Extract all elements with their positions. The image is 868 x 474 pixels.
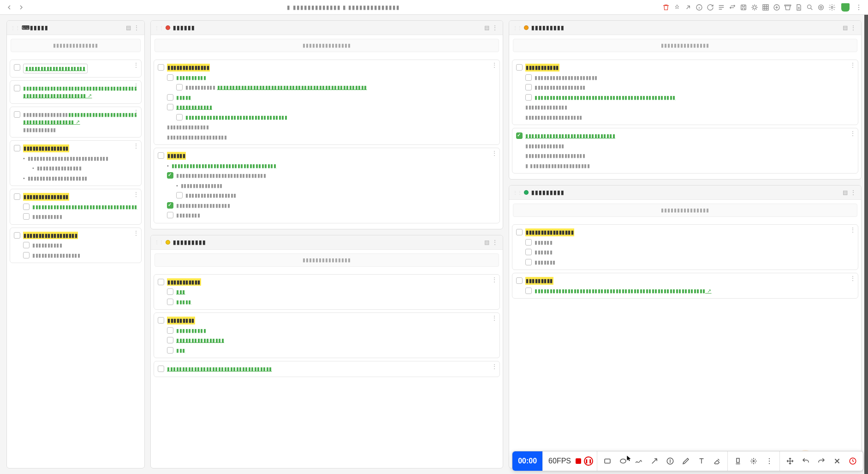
checkbox-checked[interactable] — [167, 172, 173, 179]
stop-icon[interactable] — [846, 455, 859, 468]
pause-icon[interactable]: ❚❚ — [584, 456, 593, 466]
checkbox[interactable] — [167, 299, 173, 305]
checkbox[interactable] — [158, 317, 164, 324]
pin-icon[interactable] — [672, 2, 683, 13]
subtask-link[interactable]: ▮▮▮▮▮▮▮▮▮▮▮▮▮▮▮▮▮▮▮▮▮▮▮▮▮▮▮▮▮▮▮▮▮▮▮▮▮▮▮▮… — [535, 287, 712, 295]
card-menu-icon[interactable]: ⋮ — [133, 63, 139, 67]
card-link[interactable]: ▮▮▮▮▮▮▮▮▮▮▮▮▮▮▮▮▮▮▮▮▮▮▮▮▮▮▮▮▮▮▮▮▮▮▮▮▮▮▮▮… — [23, 84, 137, 100]
spotlight-icon[interactable] — [731, 455, 744, 468]
checkbox[interactable] — [176, 192, 183, 198]
card-link[interactable]: ▮▮▮▮▮▮▮▮▮▮▮▮▮▮▮▮▮▮▮▮▮▮▮▮▮▮▮▮▮▮ — [525, 132, 615, 140]
save-icon[interactable] — [738, 2, 749, 13]
card[interactable]: ⋮ ▮▮▮▮▮▮▮▮▮▮▮▮▮▮▮ ▮▮▮▮▮▮▮▮▮▮▮▮▮▮▮▮▮▮▮▮▮▮… — [10, 140, 142, 186]
checkbox[interactable] — [176, 84, 183, 90]
checkbox[interactable] — [167, 104, 173, 110]
drag-handle-icon[interactable]: ⋮⋮ — [513, 25, 522, 30]
card-menu-icon[interactable]: ⋮ — [850, 276, 856, 281]
checkbox[interactable] — [525, 94, 532, 101]
freehand-icon[interactable] — [632, 455, 645, 468]
card-menu-icon[interactable]: ⋮ — [850, 63, 856, 67]
card[interactable]: ⋮ ▮▮▮▮▮▮▮▮▮▮▮▮▮▮ ▮▮▮▮▮▮▮▮▮▮ ▮▮▮▮▮▮▮▮▮▮ ▮… — [154, 60, 500, 145]
record-icon[interactable] — [576, 458, 581, 464]
panel-more-icon[interactable]: ⋮ — [491, 24, 499, 32]
card-menu-icon[interactable]: ⋮ — [133, 144, 139, 148]
card[interactable]: ⋮ ▮▮▮▮▮▮▮▮▮▮▮▮▮▮▮ ▮▮▮▮▮▮▮▮▮▮▮▮▮▮▮▮▮▮▮▮▮▮… — [10, 189, 142, 225]
subtask-link[interactable]: ▮▮▮▮▮▮▮▮▮▮▮▮▮▮▮▮▮▮▮▮▮▮▮▮▮▮▮▮▮▮▮▮▮▮▮▮▮▮▮▮… — [535, 94, 676, 102]
panel-layout-icon[interactable]: ▤ — [841, 24, 849, 32]
forward-button[interactable] — [16, 2, 27, 13]
checkbox[interactable] — [14, 232, 20, 239]
checkbox[interactable] — [23, 204, 30, 210]
checkbox[interactable] — [525, 249, 532, 255]
subtask-link[interactable]: ▮▮▮▮▮▮▮▮▮▮ — [176, 327, 206, 335]
checkbox[interactable] — [167, 337, 173, 343]
shape-rect-icon[interactable] — [601, 455, 614, 468]
card[interactable]: ⋮ ▮▮▮▮▮▮▮▮▮▮▮ ▮▮▮▮▮▮▮▮▮▮▮▮▮▮▮▮▮▮▮▮▮ ▮▮▮▮… — [512, 60, 858, 125]
card-menu-icon[interactable]: ⋮ — [491, 277, 498, 282]
card-menu-icon[interactable]: ⋮ — [491, 364, 498, 369]
checkbox[interactable] — [516, 64, 523, 71]
card[interactable]: ⋮ ▮▮▮▮▮▮▮▮▮▮▮ ▮▮▮ ▮▮▮▮▮ — [154, 274, 500, 310]
checkbox[interactable] — [525, 84, 532, 90]
more-icon[interactable] — [763, 455, 776, 468]
subtask-link[interactable]: ▮▮▮▮▮▮▮▮▮▮▮▮▮▮▮▮▮▮▮▮▮▮▮▮▮▮▮▮▮▮▮▮▮▮▮▮▮▮▮▮… — [217, 84, 367, 90]
redo-icon[interactable] — [815, 455, 828, 468]
checkbox-checked[interactable] — [167, 202, 173, 209]
checkbox[interactable] — [516, 229, 523, 235]
card-menu-icon[interactable]: ⋮ — [850, 131, 856, 136]
card[interactable]: ⋮ ▮▮▮▮▮▮▮▮▮▮▮▮▮▮▮▮▮▮▮▮▮▮▮▮▮▮▮▮▮▮▮▮▮▮▮▮▮▮… — [10, 107, 142, 138]
subtask-link[interactable]: ▮▮▮ — [176, 347, 185, 354]
card[interactable]: ⋮ ▮▮▮▮▮▮▮▮▮ ▮▮▮▮▮▮▮▮▮▮ ▮▮▮▮▮▮▮▮▮▮▮▮▮▮▮▮ … — [154, 312, 500, 358]
panel-layout-icon[interactable]: ▤ — [841, 188, 849, 197]
grid-icon[interactable] — [760, 2, 771, 13]
checkbox[interactable] — [167, 288, 173, 295]
shape-ellipse-icon[interactable] — [617, 455, 630, 468]
arrow-icon[interactable] — [648, 455, 661, 468]
card[interactable]: ⋮ ▮▮▮▮▮▮▮▮▮▮▮▮▮▮▮▮▮▮▮▮▮▮▮▮▮▮▮▮▮▮ ▮▮▮▮▮▮▮… — [512, 128, 858, 174]
number-icon[interactable] — [664, 455, 677, 468]
checkbox[interactable] — [167, 94, 173, 101]
sidebar-collapsed[interactable] — [864, 15, 868, 474]
card-link[interactable]: ▮▮▮▮▮▮▮▮▮▮▮▮▮▮▮▮▮▮▮▮▮▮▮▮▮▮▮▮▮▮▮▮▮▮▮ — [167, 365, 272, 373]
subtask-link[interactable]: ▮▮▮▮▮▮▮▮▮▮▮▮ — [176, 103, 212, 111]
subtask-link[interactable]: ▮▮▮ — [176, 288, 185, 296]
subtask-link[interactable]: ▮▮▮▮▮ — [176, 94, 191, 102]
virus-icon[interactable] — [749, 2, 760, 13]
drag-handle-icon[interactable]: ⋮⋮ — [513, 190, 522, 195]
checkbox[interactable] — [525, 74, 532, 81]
card-menu-icon[interactable]: ⋮ — [491, 316, 498, 320]
eraser-icon[interactable] — [711, 455, 724, 468]
checkbox[interactable] — [14, 193, 20, 200]
panel-more-icon[interactable]: ⋮ — [849, 188, 857, 197]
panel-layout-icon[interactable]: ▤ — [482, 238, 491, 246]
checkbox[interactable] — [23, 213, 30, 220]
checkbox[interactable] — [158, 279, 164, 285]
checkbox[interactable] — [14, 64, 20, 71]
info-icon[interactable] — [694, 2, 705, 13]
card[interactable]: ⋮ ▮▮▮▮▮▮▮▮▮▮▮▮▮▮▮▮ ▮▮▮▮▮▮ ▮▮▮▮▮▮ ▮▮▮▮▮▮▮ — [512, 224, 858, 270]
checkbox[interactable] — [158, 366, 164, 372]
subtask-link[interactable]: ▮▮▮▮▮▮▮▮▮▮▮▮▮▮▮▮ — [176, 336, 224, 344]
card[interactable]: ⋮ ▮▮▮▮▮▮▮▮▮ ▮▮▮▮▮▮▮▮▮▮▮▮▮▮▮▮▮▮▮▮▮▮▮▮▮▮▮▮… — [512, 273, 858, 299]
checkbox[interactable] — [158, 64, 164, 71]
highlight-icon[interactable] — [747, 455, 760, 468]
checkbox[interactable] — [14, 111, 20, 118]
card[interactable]: ⋮ ▮▮▮▮▮▮▮▮▮▮▮▮▮▮▮▮▮▮ ▮▮▮▮▮▮▮▮▮▮ ▮▮▮▮▮▮▮▮… — [10, 228, 142, 264]
card[interactable]: ⋮ ▮▮▮▮▮▮▮▮▮▮▮▮▮▮▮▮▮▮▮▮▮▮▮▮▮▮▮▮▮▮▮▮▮▮▮▮▮▮… — [10, 80, 142, 104]
external-link-icon[interactable] — [683, 2, 694, 13]
move-icon[interactable] — [784, 455, 797, 468]
checkbox[interactable] — [23, 242, 30, 248]
checkbox[interactable] — [167, 212, 173, 218]
trash-icon[interactable] — [660, 2, 672, 13]
archive-icon[interactable] — [782, 2, 793, 13]
bookmark-icon[interactable] — [841, 3, 850, 12]
card-menu-icon[interactable]: ⋮ — [133, 84, 139, 88]
subtask-link[interactable]: ▮▮▮▮▮▮▮▮▮▮ — [176, 74, 206, 82]
refresh-icon[interactable] — [705, 2, 716, 13]
checkbox[interactable] — [516, 277, 523, 284]
checkbox[interactable] — [167, 74, 173, 81]
subtask-link[interactable]: ▮▮▮▮▮▮▮▮▮▮▮▮▮▮▮▮▮▮▮▮▮▮▮▮▮▮▮▮▮▮▮▮▮▮ — [185, 114, 287, 121]
card-menu-icon[interactable]: ⋮ — [491, 63, 498, 67]
drag-handle-icon[interactable]: ⋮⋮ — [155, 240, 164, 245]
card[interactable]: ⋮ ▮▮▮▮▮▮ ▮▮▮▮▮▮▮▮▮▮▮▮▮▮▮▮▮▮▮▮▮▮▮▮▮▮▮▮▮▮▮… — [154, 148, 500, 223]
